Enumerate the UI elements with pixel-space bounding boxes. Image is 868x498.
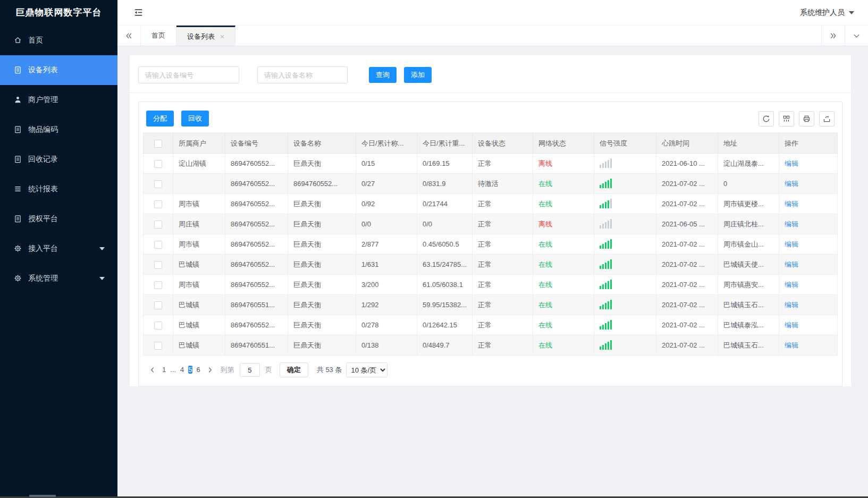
today-weight-cell: 0/0 — [417, 214, 473, 234]
edit-link[interactable]: 编辑 — [785, 200, 798, 208]
sidebar-item-label: 物品编码 — [28, 125, 58, 134]
signal-cell — [594, 255, 656, 275]
signal-cell — [594, 275, 656, 295]
column-header: 操作 — [779, 133, 838, 154]
signal-strength-icon — [600, 198, 612, 208]
sidebar-item-label: 系统管理 — [28, 274, 58, 283]
heartbeat-cell: 2021-07-02 ... — [656, 174, 718, 194]
row-checkbox[interactable] — [154, 281, 162, 289]
edit-link[interactable]: 编辑 — [785, 159, 798, 167]
page-button-4[interactable]: 4 — [180, 366, 184, 374]
sidebar-item-access-platform[interactable]: 接入平台 — [0, 234, 117, 264]
row-checkbox[interactable] — [154, 160, 162, 168]
row-checkbox[interactable] — [154, 241, 162, 249]
device-name-cell: 巨鼎天衡 — [288, 295, 356, 315]
device-name-cell: 巨鼎天衡 — [288, 154, 356, 174]
today-weight-cell: 0/4849.7 — [417, 335, 473, 356]
tabs-menu-icon[interactable] — [845, 26, 868, 46]
page-ellipsis[interactable]: ... — [170, 366, 176, 374]
gear-icon — [14, 274, 22, 283]
table-row: 巴城镇8694760552...巨鼎天衡1/63163.15/24785...正… — [144, 255, 838, 275]
page-button-6[interactable]: 6 — [197, 366, 200, 374]
sidebar-item-label: 回收记录 — [28, 155, 58, 164]
page-button-1[interactable]: 1 — [162, 366, 166, 374]
device-name-input[interactable] — [257, 66, 348, 83]
row-checkbox[interactable] — [154, 322, 162, 330]
page-size-select[interactable]: 10 条/页 — [346, 362, 387, 377]
row-checkbox[interactable] — [154, 200, 162, 208]
sidebar-item-recycle-record[interactable]: 回收记录 — [0, 145, 117, 174]
recycle-button[interactable]: 回收 — [181, 111, 209, 126]
add-button[interactable]: 添加 — [404, 67, 432, 83]
assign-button[interactable]: 分配 — [146, 111, 174, 126]
gear-icon — [14, 244, 22, 253]
row-checkbox[interactable] — [154, 221, 162, 229]
network-status-cell: 离线 — [533, 214, 594, 234]
sidebar-item-merchant-mgmt[interactable]: 商户管理 — [0, 85, 117, 115]
device-status-cell: 正常 — [473, 194, 533, 214]
export-button[interactable] — [819, 111, 835, 126]
confirm-button[interactable]: 确定 — [280, 362, 308, 377]
row-checkbox[interactable] — [154, 301, 162, 309]
jump-prefix-label: 到第 — [221, 365, 234, 375]
device-no-cell: 8694760552... — [225, 315, 288, 335]
edit-link[interactable]: 编辑 — [785, 180, 798, 188]
tabs-scroll-right-icon[interactable] — [821, 26, 845, 46]
sidebar-item-stats-report[interactable]: 统计报表 — [0, 174, 117, 204]
heartbeat-cell: 2021-07-02 ... — [656, 335, 718, 356]
heartbeat-cell: 2021-06-05 ... — [656, 214, 718, 234]
address-cell: 0 — [718, 174, 779, 194]
sidebar-item-item-code[interactable]: 物品编码 — [0, 115, 117, 145]
edit-link[interactable]: 编辑 — [785, 281, 798, 289]
signal-strength-icon — [600, 339, 612, 350]
tabbar: 首页 设备列表 × — [117, 26, 868, 46]
signal-cell — [594, 194, 656, 214]
today-count-cell: 0/92 — [356, 194, 417, 214]
refresh-button[interactable] — [759, 111, 774, 126]
table-body: 淀山湖镇8694760552...巨鼎天衡0/150/169.15正常离线202… — [144, 154, 838, 356]
edit-link[interactable]: 编辑 — [785, 301, 798, 309]
user-menu[interactable]: 系统维护人员 — [800, 8, 854, 18]
print-button[interactable] — [799, 111, 814, 126]
close-icon[interactable]: × — [220, 33, 224, 40]
query-button[interactable]: 查询 — [369, 67, 397, 83]
today-weight-cell: 0.45/6050.5 — [417, 234, 473, 255]
columns-button[interactable] — [779, 111, 794, 126]
sidebar-item-system-mgmt[interactable]: 系统管理 — [0, 264, 117, 293]
tab-device-list[interactable]: 设备列表 × — [176, 26, 235, 46]
row-checkbox[interactable] — [154, 261, 162, 269]
network-status-cell: 在线 — [533, 295, 594, 315]
row-checkbox[interactable] — [154, 342, 162, 350]
page-button-5[interactable]: 5 — [188, 366, 192, 374]
sidebar-item-device-list[interactable]: 设备列表 — [0, 55, 117, 85]
sidebar-item-auth-platform[interactable]: 授权平台 — [0, 204, 117, 234]
device-no-cell: 8694760552... — [225, 255, 288, 275]
edit-link[interactable]: 编辑 — [785, 240, 798, 248]
caret-down-icon — [99, 277, 105, 280]
tabs-scroll-left-icon[interactable] — [117, 26, 141, 46]
edit-link[interactable]: 编辑 — [785, 321, 798, 329]
tab-home[interactable]: 首页 — [141, 26, 176, 46]
prev-page-icon[interactable] — [145, 363, 160, 377]
list-icon — [14, 185, 22, 193]
sidebar-item-home[interactable]: 首页 — [0, 26, 117, 55]
address-cell: 周市镇更楼... — [718, 194, 779, 214]
sidebar-item-label: 设备列表 — [28, 65, 58, 75]
horizontal-scrollbar-thumb[interactable] — [29, 495, 56, 497]
select-all-checkbox[interactable] — [154, 140, 162, 148]
edit-link[interactable]: 编辑 — [785, 260, 798, 268]
edit-link[interactable]: 编辑 — [785, 341, 798, 349]
today-count-cell: 0/27 — [356, 174, 417, 194]
device-no-input[interactable] — [138, 66, 239, 83]
table-row: 周市镇8694760552...巨鼎天衡2/8770.45/6050.5正常在线… — [144, 234, 838, 255]
home-icon — [14, 36, 22, 45]
sidebar: 巨鼎物联网数字平台 首页设备列表商户管理物品编码回收记录统计报表授权平台接入平台… — [0, 0, 117, 498]
heartbeat-cell: 2021-06-10 ... — [656, 154, 718, 174]
row-checkbox[interactable] — [154, 180, 162, 188]
edit-link[interactable]: 编辑 — [785, 220, 798, 228]
sidebar-collapse-icon[interactable] — [133, 7, 144, 18]
device-no-cell: 8694760552... — [225, 194, 288, 214]
page-jump-input[interactable] — [240, 363, 260, 377]
device-status-cell: 正常 — [473, 255, 533, 275]
next-page-icon[interactable] — [203, 363, 217, 377]
